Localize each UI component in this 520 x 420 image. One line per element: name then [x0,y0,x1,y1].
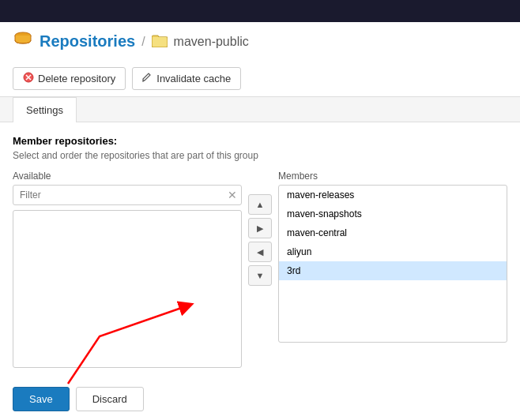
members-column: Members maven-releases maven-snapshots m… [278,171,507,343]
breadcrumb-current: maven-public [174,35,249,49]
delete-repository-button[interactable]: Delete repository [13,67,126,90]
members-list[interactable]: maven-releases maven-snapshots maven-cen… [278,185,507,343]
page-title: Repositories [40,32,135,51]
member-item-maven-snapshots[interactable]: maven-snapshots [279,204,507,223]
chevron-down-icon: ▼ [256,271,265,280]
repositories-layout: Available ✕ ▲ ▶ ◀ ▼ [13,171,507,368]
move-left-button[interactable]: ◀ [248,242,272,262]
filter-clear-icon[interactable]: ✕ [228,189,237,201]
delete-icon [23,72,34,85]
content-wrapper: Member repositories: Select and order th… [13,135,507,411]
available-list[interactable] [13,210,242,368]
tabs-bar: Settings [0,97,520,122]
move-right-button[interactable]: ▶ [248,218,272,238]
discard-button[interactable]: Discard [76,387,144,411]
filter-container: ✕ [13,185,242,205]
chevron-right-icon: ▶ [257,223,263,234]
save-button[interactable]: Save [13,387,70,411]
available-label: Available [13,171,242,182]
section-description: Select and order the repositories that a… [13,150,507,161]
section-title: Member repositories: [13,135,507,147]
tab-settings[interactable]: Settings [13,97,77,122]
chevron-left-icon: ◀ [257,247,263,257]
footer-buttons: Save Discard [13,381,507,411]
invalidate-cache-button[interactable]: Invalidate cache [132,67,241,90]
members-label: Members [278,171,507,182]
delete-repository-label: Delete repository [38,73,115,84]
breadcrumb: Repositories / maven-public [13,30,507,53]
member-item-maven-releases[interactable]: maven-releases [279,186,507,204]
header: Repositories / maven-public Delete repos… [0,22,520,97]
controls-column: ▲ ▶ ◀ ▼ [242,194,278,286]
filter-input[interactable] [13,185,242,205]
pencil-icon [142,73,153,85]
top-navigation [0,0,520,22]
main-content: Member repositories: Select and order th… [0,122,520,420]
database-icon [13,30,33,53]
available-column: Available ✕ [13,171,242,368]
move-up-button[interactable]: ▲ [248,194,272,215]
member-item-aliyun[interactable]: aliyun [279,242,507,261]
member-item-maven-central[interactable]: maven-central [279,223,507,242]
folder-icon [152,33,168,50]
member-item-3rd[interactable]: 3rd [279,261,507,280]
invalidate-cache-label: Invalidate cache [156,73,231,84]
move-down-button[interactable]: ▼ [248,265,272,286]
toolbar: Delete repository Invalidate cache [13,61,507,96]
breadcrumb-separator: / [141,35,145,49]
svg-rect-2 [153,37,167,47]
chevron-up-icon: ▲ [256,200,265,209]
